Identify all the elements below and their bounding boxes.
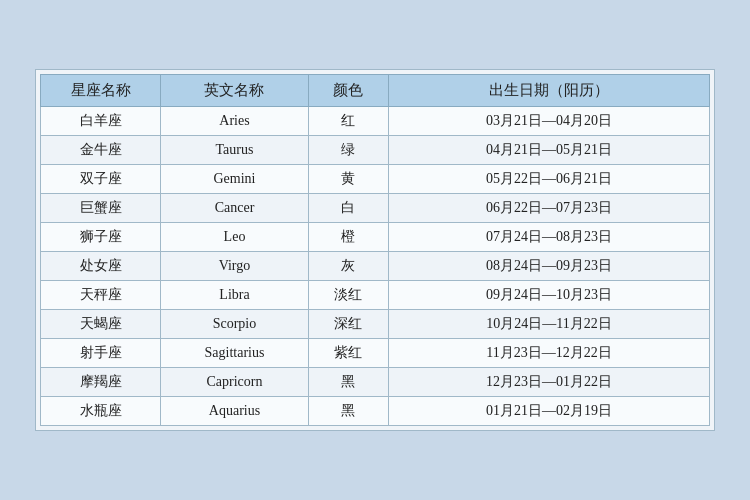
table-row: 射手座Sagittarius紫红11月23日—12月22日 xyxy=(41,339,710,368)
cell-date: 03月21日—04月20日 xyxy=(388,107,709,136)
header-color: 颜色 xyxy=(308,75,388,107)
cell-date: 01月21日—02月19日 xyxy=(388,397,709,426)
cell-color: 绿 xyxy=(308,136,388,165)
cell-zh: 巨蟹座 xyxy=(41,194,161,223)
cell-zh: 处女座 xyxy=(41,252,161,281)
table-row: 白羊座Aries红03月21日—04月20日 xyxy=(41,107,710,136)
cell-date: 10月24日—11月22日 xyxy=(388,310,709,339)
cell-date: 04月21日—05月21日 xyxy=(388,136,709,165)
table-row: 天秤座Libra淡红09月24日—10月23日 xyxy=(41,281,710,310)
cell-en: Taurus xyxy=(161,136,308,165)
cell-color: 黄 xyxy=(308,165,388,194)
cell-en: Sagittarius xyxy=(161,339,308,368)
table-row: 天蝎座Scorpio深红10月24日—11月22日 xyxy=(41,310,710,339)
cell-date: 07月24日—08月23日 xyxy=(388,223,709,252)
table-row: 双子座Gemini黄05月22日—06月21日 xyxy=(41,165,710,194)
table-row: 巨蟹座Cancer白06月22日—07月23日 xyxy=(41,194,710,223)
cell-date: 11月23日—12月22日 xyxy=(388,339,709,368)
header-date: 出生日期（阳历） xyxy=(388,75,709,107)
cell-en: Cancer xyxy=(161,194,308,223)
table-row: 摩羯座Capricorn黑12月23日—01月22日 xyxy=(41,368,710,397)
cell-en: Gemini xyxy=(161,165,308,194)
cell-zh: 天秤座 xyxy=(41,281,161,310)
table-header-row: 星座名称 英文名称 颜色 出生日期（阳历） xyxy=(41,75,710,107)
cell-date: 06月22日—07月23日 xyxy=(388,194,709,223)
cell-color: 深红 xyxy=(308,310,388,339)
cell-en: Leo xyxy=(161,223,308,252)
cell-zh: 天蝎座 xyxy=(41,310,161,339)
cell-zh: 狮子座 xyxy=(41,223,161,252)
cell-en: Libra xyxy=(161,281,308,310)
cell-zh: 白羊座 xyxy=(41,107,161,136)
zodiac-table: 星座名称 英文名称 颜色 出生日期（阳历） 白羊座Aries红03月21日—04… xyxy=(40,74,710,426)
zodiac-table-container: 星座名称 英文名称 颜色 出生日期（阳历） 白羊座Aries红03月21日—04… xyxy=(35,69,715,431)
cell-date: 09月24日—10月23日 xyxy=(388,281,709,310)
cell-date: 05月22日—06月21日 xyxy=(388,165,709,194)
cell-color: 橙 xyxy=(308,223,388,252)
cell-en: Aries xyxy=(161,107,308,136)
cell-zh: 射手座 xyxy=(41,339,161,368)
cell-color: 紫红 xyxy=(308,339,388,368)
cell-zh: 金牛座 xyxy=(41,136,161,165)
cell-color: 黑 xyxy=(308,368,388,397)
cell-zh: 摩羯座 xyxy=(41,368,161,397)
cell-zh: 水瓶座 xyxy=(41,397,161,426)
cell-en: Scorpio xyxy=(161,310,308,339)
cell-en: Aquarius xyxy=(161,397,308,426)
header-zh: 星座名称 xyxy=(41,75,161,107)
cell-color: 灰 xyxy=(308,252,388,281)
cell-color: 白 xyxy=(308,194,388,223)
cell-en: Capricorn xyxy=(161,368,308,397)
table-row: 金牛座Taurus绿04月21日—05月21日 xyxy=(41,136,710,165)
table-row: 狮子座Leo橙07月24日—08月23日 xyxy=(41,223,710,252)
cell-color: 淡红 xyxy=(308,281,388,310)
table-row: 处女座Virgo灰08月24日—09月23日 xyxy=(41,252,710,281)
cell-color: 黑 xyxy=(308,397,388,426)
cell-color: 红 xyxy=(308,107,388,136)
cell-en: Virgo xyxy=(161,252,308,281)
cell-date: 08月24日—09月23日 xyxy=(388,252,709,281)
cell-zh: 双子座 xyxy=(41,165,161,194)
cell-date: 12月23日—01月22日 xyxy=(388,368,709,397)
table-row: 水瓶座Aquarius黑01月21日—02月19日 xyxy=(41,397,710,426)
header-en: 英文名称 xyxy=(161,75,308,107)
